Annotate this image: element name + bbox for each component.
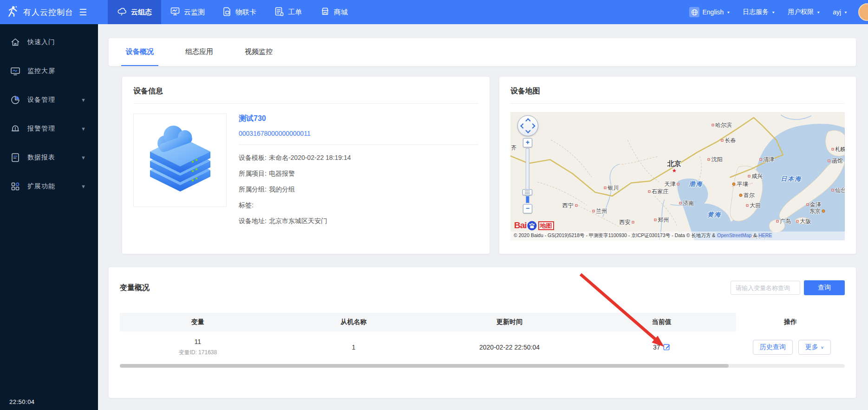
pan-down-icon[interactable] [525, 128, 530, 133]
tab-device-overview[interactable]: 设备概况 [121, 38, 158, 66]
map-label-齐: 齐 [511, 144, 516, 152]
openstreetmap-link[interactable]: OpenStreetMap [717, 232, 752, 238]
cloud-server-illustration [141, 121, 220, 200]
map-label-银川: 银川 [603, 184, 619, 192]
variable-overview-card: 变量概况 查询 变量 从机名称 更新时间 当前值 操作 11 变量ID: 171… [109, 267, 856, 398]
chevron-down-icon: ∨ [821, 345, 824, 350]
zoom-slider-track[interactable] [526, 148, 529, 203]
device-name-link[interactable]: 测试730 [239, 114, 478, 124]
pan-up-icon[interactable] [525, 118, 530, 123]
field-address: 设备地址:北京市东城区天安门 [239, 216, 478, 225]
device-info-card: 设备信息 [122, 77, 489, 254]
map-label-札幌: 札幌 [830, 145, 845, 153]
map-label-东京: 东京 [809, 207, 827, 215]
map-label-仙台: 仙台 [830, 186, 845, 194]
map-labels: 哈尔滨长春沈阳清津咸兴平壤北京★天津石家庄济南郑州西安银川西宁兰州首尔大田札幌函… [510, 112, 845, 240]
sidebar-item-data-report[interactable]: 数据报表 ▼ [0, 143, 98, 172]
clock: 22:50:04 [9, 398, 35, 405]
device-map-title: 设备地图 [499, 77, 856, 103]
capital-star-icon: ★ [672, 168, 677, 172]
nav-item-mall[interactable]: 商城 [311, 0, 357, 24]
sim-card-icon [223, 7, 231, 18]
map-label-渤海: 渤海 [689, 180, 703, 188]
sidebar-item-quick-start[interactable]: 快速入门 [0, 28, 98, 57]
map-label-大田: 大田 [745, 202, 761, 210]
baidu-paw-icon [527, 221, 537, 231]
col-header-update-time: 更新时间 [431, 313, 587, 331]
chevron-down-icon: ▼ [81, 97, 86, 103]
map-label-清津: 清津 [758, 156, 774, 164]
field-group: 所属分组:我的分组 [239, 185, 478, 194]
nav-item-cloud-monitor[interactable]: 云监测 [161, 0, 214, 24]
map-label-兰州: 兰州 [591, 207, 607, 215]
home-icon [10, 37, 20, 47]
tab-scada-app[interactable]: 组态应用 [181, 38, 218, 66]
usr-runner-logo-icon [7, 5, 19, 20]
map-pan-control[interactable] [517, 115, 538, 136]
nav-item-iot-sim[interactable]: 物联卡 [214, 0, 266, 24]
map-label-咸兴: 咸兴 [746, 172, 763, 180]
query-button[interactable]: 查询 [804, 280, 845, 295]
map-label-天津: 天津 [665, 180, 681, 188]
col-header-actions: 操作 [736, 313, 845, 331]
device-image [133, 113, 227, 207]
variable-id: 变量ID: 171638 [178, 349, 217, 357]
variable-search-input[interactable] [731, 281, 800, 295]
baidu-logo: Bai 地图 [514, 220, 554, 231]
mall-icon [320, 7, 330, 17]
main-content: 设备概况 组态应用 视频监控 设备信息 [98, 24, 868, 410]
top-navbar-right: English ▼ 日志服务 ▼ 用户权限 ▼ ayj ▼ [689, 0, 868, 24]
edit-value-icon[interactable] [663, 343, 671, 352]
history-query-button[interactable]: 历史查询 [753, 340, 793, 355]
grid-icon [10, 181, 20, 192]
log-service-menu[interactable]: 日志服务 ▼ [743, 8, 775, 16]
horizontal-scrollbar[interactable] [120, 364, 845, 368]
more-button[interactable]: 更多 ∨ [798, 340, 831, 355]
chevron-down-icon: ▼ [771, 10, 775, 14]
sidebar-item-alarm-management[interactable]: 报警管理 ▼ [0, 114, 98, 143]
tab-video-monitor[interactable]: 视频监控 [240, 38, 277, 66]
table-row: 11 变量ID: 171638 1 2020-02-22 22:50:04 37… [120, 331, 845, 363]
sidebar-item-monitor-screen[interactable]: 监控大屏 [0, 57, 98, 86]
cell-actions: 历史查询 更多 ∨ [736, 331, 845, 363]
cell-update-time: 2020-02-22 22:50:04 [431, 331, 587, 363]
nav-item-work-order[interactable]: 工单 [266, 0, 311, 24]
user-menu[interactable]: ayj ▼ [833, 8, 848, 16]
chevron-down-icon: ▼ [81, 184, 86, 189]
brand[interactable]: 有人云控制台 ☰ [0, 0, 108, 24]
map-zoom-control: + − [522, 138, 533, 213]
map-label-日本海: 日本海 [781, 175, 802, 183]
pie-chart-icon [10, 95, 20, 105]
scrollbar-thumb[interactable] [120, 364, 729, 368]
screen-icon [10, 66, 20, 76]
sidebar-item-extended-functions[interactable]: 扩展功能 ▼ [0, 172, 98, 201]
zoom-slider-fill [526, 196, 529, 203]
work-order-icon [275, 7, 284, 18]
nav-item-cloud-scada[interactable]: 云组态 [108, 0, 161, 24]
report-icon [10, 152, 20, 163]
pan-right-icon[interactable] [530, 123, 535, 128]
chevron-down-icon: ▼ [844, 10, 848, 14]
sidebar: 快速入门 监控大屏 设备管理 ▼ 报警管理 ▼ 数据报表 ▼ 扩展功能 ▼ 22… [0, 24, 98, 410]
device-id-link[interactable]: 00031678000000000011 [239, 130, 478, 137]
pan-left-icon[interactable] [520, 123, 525, 128]
zoom-in-icon[interactable]: + [523, 138, 532, 147]
language-switcher[interactable]: English ▼ [689, 7, 730, 17]
map-label-黄海: 黄海 [707, 211, 721, 219]
chevron-down-icon: ▼ [816, 10, 820, 14]
divider [510, 103, 845, 104]
hamburger-menu-icon[interactable]: ☰ [79, 8, 87, 17]
chevron-down-icon: ▼ [81, 155, 86, 160]
monitor-icon [170, 7, 180, 17]
sidebar-item-device-management[interactable]: 设备管理 ▼ [0, 86, 98, 114]
user-permission-menu[interactable]: 用户权限 ▼ [788, 8, 820, 16]
app-title: 有人云控制台 [23, 7, 73, 18]
field-device-template: 设备模板:未命名-2020-02-22 18:19:14 [239, 153, 478, 162]
zoom-out-icon[interactable]: − [523, 204, 532, 213]
variable-overview-title: 变量概况 [120, 283, 150, 293]
baidu-map[interactable]: 哈尔滨长春沈阳清津咸兴平壤北京★天津石家庄济南郑州西安银川西宁兰州首尔大田札幌函… [510, 112, 845, 240]
cell-variable: 11 变量ID: 171638 [120, 331, 276, 363]
here-link[interactable]: HERE [758, 232, 772, 238]
globe-icon [689, 7, 699, 17]
zoom-slider-thumb[interactable] [522, 189, 532, 195]
